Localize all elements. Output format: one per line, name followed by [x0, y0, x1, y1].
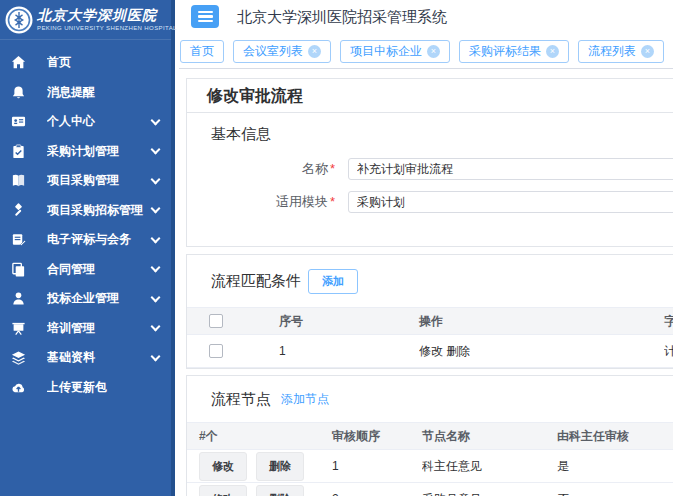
col-actions: #个	[187, 423, 332, 450]
system-title: 北京大学深圳医院招采管理系统	[237, 0, 447, 34]
applicable-module-input[interactable]	[348, 191, 673, 213]
col-review-order: 审核顺序	[332, 423, 422, 450]
layers-icon	[11, 350, 26, 365]
name-input[interactable]	[348, 158, 673, 180]
hospital-logo-icon	[5, 6, 33, 34]
sidebar: 北京大学深圳医院 PEKING UNIVERSITY SHENZHEN HOSP…	[0, 0, 175, 496]
required-asterisk	[330, 194, 335, 209]
col-seq: 序号	[279, 308, 419, 335]
close-icon[interactable]	[641, 45, 654, 58]
chevron-down-icon	[151, 204, 161, 214]
form-row-name: 名称	[187, 158, 673, 180]
table-row: 1 修改 删除 计	[187, 335, 673, 368]
documents-icon	[11, 262, 26, 277]
add-condition-button[interactable]: 添加	[308, 269, 358, 294]
page-title: 修改审批流程	[187, 79, 673, 113]
seq-cell: 1	[279, 335, 419, 368]
id-card-icon	[11, 114, 26, 129]
presentation-icon	[11, 321, 26, 336]
tab-home[interactable]: 首页	[180, 40, 224, 63]
review-order-cell: 2	[332, 483, 422, 496]
book-icon	[11, 173, 26, 188]
node-name-cell: 采购员意见	[422, 483, 557, 496]
delete-button[interactable]: 删除	[256, 452, 304, 481]
sidebar-item-personal-center[interactable]: 个人中心	[0, 107, 171, 137]
chevron-down-icon	[151, 115, 161, 125]
dept-head-review-cell: 否	[557, 483, 673, 496]
hospital-name-cn: 北京大学深圳医院	[37, 8, 177, 23]
module-label: 适用模块	[276, 194, 328, 209]
col-node-name: 节点名称	[422, 423, 557, 450]
sidebar-item-training-mgmt[interactable]: 培训管理	[0, 314, 171, 344]
bell-icon	[11, 85, 26, 100]
main-content: 修改审批流程 基本信息 名称 适用模块 流程匹配条件 添加 序号 操作 字	[179, 70, 673, 496]
match-conditions-card: 流程匹配条件 添加 序号 操作 字 1 修改 删除 计	[186, 254, 673, 369]
sidebar-item-messages[interactable]: 消息提醒	[0, 78, 171, 108]
node-name-cell: 科主任意见	[422, 450, 557, 483]
name-label: 名称	[302, 161, 328, 176]
table-row: 修改 删除 2 采购员意见 否	[187, 483, 673, 496]
section-title-match-conditions: 流程匹配条件	[211, 272, 301, 291]
open-tabs-bar: 首页 会议室列表 项目中标企业 采购评标结果 流程列表 流程	[179, 35, 673, 69]
hamburger-menu-button[interactable]	[191, 5, 219, 28]
chevron-down-icon	[151, 322, 161, 332]
tab-meeting-room-list[interactable]: 会议室列表	[233, 40, 331, 63]
col-cutoff: 字	[664, 308, 673, 335]
sidebar-item-basic-data[interactable]: 基础资料	[0, 343, 171, 373]
sidebar-item-upload-update-package[interactable]: 上传更新包	[0, 373, 171, 403]
home-icon	[11, 55, 26, 70]
section-title-basic-info: 基本信息	[187, 125, 673, 144]
edit-button[interactable]: 修改	[199, 452, 247, 481]
close-icon[interactable]	[308, 45, 321, 58]
sidebar-item-contract-mgmt[interactable]: 合同管理	[0, 255, 171, 285]
user-icon	[11, 291, 26, 306]
chevron-down-icon	[151, 292, 161, 302]
edit-button[interactable]: 修改	[199, 485, 247, 496]
close-icon[interactable]	[427, 45, 440, 58]
row-actions[interactable]: 修改 删除	[419, 335, 664, 368]
sidebar-item-project-bidding-mgmt[interactable]: 项目采购招标管理	[0, 196, 171, 226]
clipboard-icon	[11, 144, 26, 159]
hospital-logo: 北京大学深圳医院 PEKING UNIVERSITY SHENZHEN HOSP…	[0, 0, 171, 40]
top-header: 北京大学深圳医院招采管理系统	[179, 0, 673, 35]
cloud-upload-icon	[11, 380, 26, 395]
sidebar-item-home[interactable]: 首页	[0, 48, 171, 78]
table-row: 修改 删除 1 科主任意见 是	[187, 450, 673, 483]
cutoff-cell: 计	[664, 335, 673, 368]
select-all-checkbox[interactable]	[209, 314, 223, 328]
table-header-row: 序号 操作 字	[187, 308, 673, 335]
close-icon[interactable]	[546, 45, 559, 58]
tab-evaluation-results[interactable]: 采购评标结果	[459, 40, 569, 63]
chevron-down-icon	[151, 263, 161, 273]
tab-winning-enterprises[interactable]: 项目中标企业	[340, 40, 450, 63]
chevron-down-icon	[151, 174, 161, 184]
match-conditions-table: 序号 操作 字 1 修改 删除 计	[187, 307, 673, 368]
hospital-name-en: PEKING UNIVERSITY SHENZHEN HOSPITAL	[37, 25, 177, 32]
delete-button[interactable]: 删除	[256, 485, 304, 496]
col-ops: 操作	[419, 308, 664, 335]
sidebar-item-e-evaluation[interactable]: 电子评标与会务	[0, 225, 171, 255]
dept-head-review-cell: 是	[557, 450, 673, 483]
sidebar-item-project-purchase-mgmt[interactable]: 项目采购管理	[0, 166, 171, 196]
process-nodes-card: 流程节点 添加节点 #个 审核顺序 节点名称 由科主任审核 修改 删除 1 科主…	[186, 375, 673, 496]
gavel-icon	[11, 203, 26, 218]
tab-process-list[interactable]: 流程列表	[578, 40, 664, 63]
sidebar-item-bidder-enterprise-mgmt[interactable]: 投标企业管理	[0, 284, 171, 314]
tablet-pen-icon	[11, 232, 26, 247]
sidebar-item-purchase-plan-mgmt[interactable]: 采购计划管理	[0, 137, 171, 167]
add-node-link[interactable]: 添加节点	[281, 391, 329, 408]
row-checkbox[interactable]	[209, 344, 223, 358]
chevron-down-icon	[151, 233, 161, 243]
sidebar-menu: 首页 消息提醒 个人中心 采购计划管理 项目采购管理	[0, 40, 171, 402]
review-order-cell: 1	[332, 450, 422, 483]
chevron-down-icon	[151, 351, 161, 361]
required-asterisk	[330, 161, 335, 176]
section-title-process-nodes: 流程节点	[211, 390, 271, 409]
form-row-module: 适用模块	[187, 191, 673, 213]
table-header-row: #个 审核顺序 节点名称 由科主任审核	[187, 423, 673, 450]
basic-info-card: 修改审批流程 基本信息 名称 适用模块	[186, 78, 673, 247]
chevron-down-icon	[151, 145, 161, 155]
process-nodes-table: #个 审核顺序 节点名称 由科主任审核 修改 删除 1 科主任意见 是 修改 删…	[187, 422, 673, 496]
col-dept-head-review: 由科主任审核	[557, 423, 673, 450]
